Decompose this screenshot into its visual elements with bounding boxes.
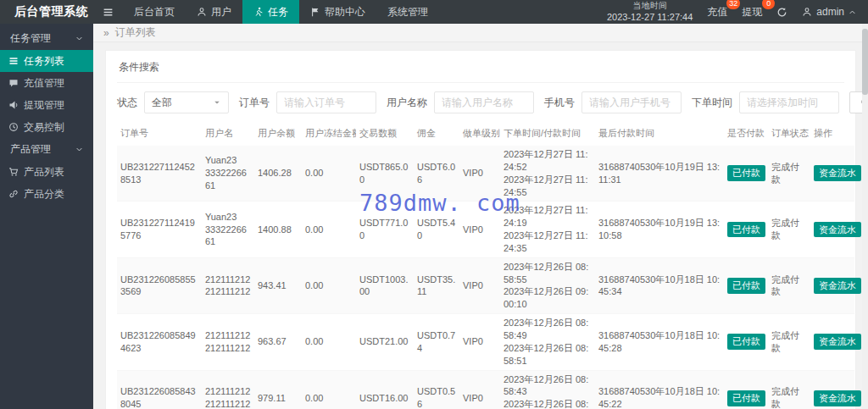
filter-group-3: 下单时间 (692, 91, 839, 113)
sidebar-group-label: 产品管理 (10, 142, 51, 157)
filter-group-1: 用户名称 (387, 91, 534, 113)
cell-user: 212111212212111212 (202, 370, 254, 409)
fund-flow-button[interactable]: 资金流水 (814, 222, 861, 238)
cell-times: 2023年12月26日 08:58:492023年12月26日 08:58:51 (500, 314, 595, 370)
scrollbar-thumb[interactable] (862, 29, 868, 95)
chevron-down-icon (75, 35, 83, 42)
fund-flow-button[interactable]: 资金流水 (814, 165, 861, 181)
orders-table: 订单号用户名用户余额用户冻结金额交易数额佣金做单级别下单时间/付款时间最后付款时… (117, 120, 854, 409)
list-icon (8, 56, 19, 66)
paid-badge[interactable]: 已付款 (727, 390, 765, 406)
fund-flow-button[interactable]: 资金流水 (814, 334, 861, 350)
cell-order-no: UB2312271124195776 (117, 202, 202, 257)
top-header: 后台管理系统 后台首页用户任务帮助中心系统管理 当地时间 2023-12-27 … (0, 0, 868, 24)
sidebar-item-1-0[interactable]: 产品列表 (0, 161, 93, 183)
sidebar: 任务管理任务列表充值管理提现管理交易控制产品管理产品列表产品分类 (0, 24, 93, 409)
filter-label: 订单号 (239, 96, 270, 110)
topnav-label: 用户 (211, 5, 231, 19)
cell-frozen: 0.00 (302, 202, 356, 257)
sidebar-item-label: 任务列表 (24, 54, 64, 69)
refresh-icon[interactable] (776, 7, 787, 18)
filter-group-0: 订单号 (239, 91, 376, 113)
sidebar-group-0[interactable]: 任务管理 (0, 27, 93, 50)
sidebar-item-label: 提现管理 (24, 98, 64, 113)
admin-dropdown[interactable]: admin (802, 6, 856, 18)
cell-balance: 943.41 (254, 257, 302, 313)
sidebar-item-0-0[interactable]: 任务列表 (0, 50, 93, 72)
local-time-label: 当地时间 (607, 0, 693, 11)
cell-pay-status: 已付款 (724, 370, 768, 409)
column-header-5: 佣金 (414, 120, 459, 146)
clock-icon (8, 122, 19, 132)
menu-toggle-icon[interactable] (93, 0, 123, 24)
topnav-label: 系统管理 (387, 5, 428, 19)
sidebar-item-label: 交易控制 (24, 120, 64, 135)
cell-last-pay-time: 31688740530年10月18日 10:45:22 (595, 370, 724, 409)
search-panel-title: 条件搜索 (117, 51, 844, 83)
column-header-2: 用户余额 (254, 120, 302, 146)
cell-commission: USDT0.74 (414, 314, 459, 370)
chevron-down-icon (75, 146, 83, 153)
column-header-8: 最后付款时间 (595, 120, 724, 146)
filter-input-3[interactable] (739, 91, 839, 113)
cell-action: 资金流水 (810, 257, 854, 313)
cell-action: 资金流水 (810, 202, 854, 257)
admin-name: admin (816, 6, 844, 18)
cell-amount: USDT21.00 (356, 314, 414, 370)
cell-action: 资金流水 (810, 146, 854, 202)
cell-balance: 1406.28 (254, 146, 302, 202)
topnav-item-4[interactable]: 系统管理 (376, 0, 439, 24)
fund-flow-button[interactable]: 资金流水 (814, 278, 861, 294)
cell-order-status: 完成付款 (768, 314, 810, 370)
cell-user: Yuan233332226661 (202, 146, 254, 202)
table-row: UB2312271124195776Yuan2333322266611400.8… (117, 202, 854, 257)
filter-label: 用户名称 (387, 96, 427, 110)
paid-badge[interactable]: 已付款 (727, 222, 765, 238)
cell-order-status: 完成付款 (768, 257, 810, 313)
cell-frozen: 0.00 (302, 257, 356, 313)
cell-pay-status: 已付款 (724, 202, 768, 257)
column-header-0: 订单号 (117, 120, 202, 146)
header-right: 当地时间 2023-12-27 11:27:44 充值 32 提现 0 admi… (607, 0, 868, 24)
sidebar-item-label: 产品分类 (24, 187, 64, 202)
filter-input-2[interactable] (581, 91, 682, 113)
recharge-button[interactable]: 充值 32 (707, 5, 727, 19)
paid-badge[interactable]: 已付款 (727, 165, 765, 181)
topnav-label: 任务 (268, 5, 288, 19)
filter-bar: 状态 全部 订单号用户名称手机号下单时间 搜 索 (117, 91, 844, 113)
horn-icon (8, 100, 19, 110)
topnav-item-2[interactable]: 任务 (242, 0, 299, 24)
sidebar-item-0-2[interactable]: 提现管理 (0, 94, 93, 116)
cell-user: 212111212212111212 (202, 314, 254, 370)
recharge-count-badge: 32 (726, 0, 740, 9)
topnav-label: 帮助中心 (325, 5, 365, 19)
cell-balance: 1400.88 (254, 202, 302, 257)
topnav-item-0[interactable]: 后台首页 (123, 0, 186, 24)
fund-flow-button[interactable]: 资金流水 (814, 390, 861, 406)
status-select[interactable]: 全部 (144, 91, 229, 113)
sidebar-group-1[interactable]: 产品管理 (0, 138, 93, 161)
sidebar-item-0-3[interactable]: 交易控制 (0, 116, 93, 138)
paid-badge[interactable]: 已付款 (727, 278, 765, 294)
local-time: 当地时间 2023-12-27 11:27:44 (607, 0, 693, 23)
topnav-item-3[interactable]: 帮助中心 (299, 0, 376, 24)
user-icon (802, 7, 812, 17)
column-header-7: 下单时间/付款时间 (500, 120, 595, 146)
cart-icon (8, 167, 19, 177)
vertical-scrollbar[interactable] (862, 24, 868, 409)
filter-label: 手机号 (544, 96, 575, 110)
sidebar-item-0-1[interactable]: 充值管理 (0, 72, 93, 94)
filter-input-1[interactable] (434, 91, 534, 113)
withdraw-count-badge: 0 (762, 0, 775, 9)
cell-frozen: 0.00 (302, 146, 356, 202)
cell-times: 2023年12月26日 08:58:432023年12月26日 08:58:44 (500, 370, 595, 409)
table-body: UB2312271124528513Yuan2333322266611406.2… (117, 146, 854, 409)
filter-input-0[interactable] (276, 91, 376, 113)
sidebar-item-1-1[interactable]: 产品分类 (0, 183, 93, 205)
cell-times: 2023年12月27日 11:24:522023年12月27日 11:24:55 (500, 146, 595, 202)
withdraw-button[interactable]: 提现 0 (742, 5, 762, 19)
cell-user: Yuan233332226661 (202, 202, 254, 257)
paid-badge[interactable]: 已付款 (727, 334, 765, 350)
column-header-9: 是否付款 (724, 120, 768, 146)
topnav-item-1[interactable]: 用户 (186, 0, 242, 24)
